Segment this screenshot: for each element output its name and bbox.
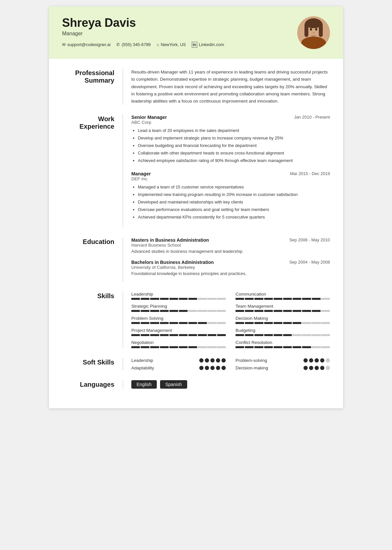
skill-bar-segment <box>283 298 292 300</box>
skill-bar-segment <box>321 334 330 336</box>
skill-bar-segment <box>208 322 216 324</box>
skill-item: Problem Solving <box>131 316 226 324</box>
skill-bar-segment <box>217 334 226 336</box>
skill-bar-segment <box>236 322 244 324</box>
job-bullet: Oversaw performance evaluations and goal… <box>138 206 330 213</box>
header-info: Shreya Davis Manager ✉ support@cvdesigne… <box>62 16 224 48</box>
skill-bar-segment <box>302 334 311 336</box>
skill-bar-segment <box>160 334 169 336</box>
skill-bar-segment <box>217 346 226 348</box>
skill-bar-segment <box>141 322 149 324</box>
skill-bar-segment <box>293 298 301 300</box>
skill-bar-segment <box>283 334 292 336</box>
location-contact: ⌂ NewYork, US <box>156 42 186 48</box>
skill-item: Communication <box>236 292 330 300</box>
job-date: Mar 2015 - Dec 2019 <box>290 171 330 176</box>
skill-bar-segment <box>245 346 253 348</box>
skill-bar-segment <box>131 346 140 348</box>
phone-icon: ✆ <box>116 42 120 47</box>
skill-bar-segment <box>254 346 263 348</box>
skill-name: Leadership <box>131 292 226 297</box>
job-bullets: Managed a team of 15 customer service re… <box>131 184 330 220</box>
edu-degree: Bachelors in Business Administration <box>131 260 214 265</box>
skill-bar-segment <box>312 334 320 336</box>
linkedin-icon: in <box>192 42 197 48</box>
skill-bar-segment <box>283 310 292 312</box>
email-contact: ✉ support@cvdesigner.ai <box>62 42 110 48</box>
location-icon: ⌂ <box>156 42 159 47</box>
soft-skill-dot <box>326 366 330 370</box>
education-section-title: Education <box>62 237 122 282</box>
job-entry: Senior ManagerJan 2010 - PresentABC Corp… <box>131 115 330 164</box>
skill-bar-segment <box>170 298 178 300</box>
skill-item: Negotiation <box>131 340 226 348</box>
skill-bar-segment <box>160 298 169 300</box>
skill-bar <box>131 322 226 324</box>
candidate-title: Manager <box>62 31 224 37</box>
skill-name: Decision Making <box>236 316 330 321</box>
email-icon: ✉ <box>62 42 66 47</box>
soft-skill-dots <box>303 358 330 363</box>
skill-bar-segment <box>217 310 226 312</box>
soft-skill-dot <box>326 358 330 363</box>
soft-skill-name: Adaptability <box>131 365 154 370</box>
job-company: DEF Inc. <box>131 176 330 181</box>
skill-item: Decision Making <box>236 316 330 324</box>
skill-bar-segment <box>179 310 188 312</box>
languages-section: Languages EnglishSpanish <box>62 380 330 389</box>
skill-bar-segment <box>217 322 226 324</box>
job-bullet: Collaborate with other department heads … <box>138 150 330 157</box>
skill-bar-segment <box>302 346 311 348</box>
edu-date: Sep 2004 - May 2008 <box>289 260 330 265</box>
skill-bar-segment <box>170 310 178 312</box>
skill-name: Problem Solving <box>131 316 226 321</box>
skill-bar-segment <box>264 298 273 300</box>
skill-bar-segment <box>283 346 292 348</box>
languages-content: EnglishSpanish <box>122 380 330 389</box>
skill-bar-segment <box>131 310 140 312</box>
skill-bar-segment <box>264 310 273 312</box>
skill-name: Strategic Planning <box>131 304 226 309</box>
skill-bar-segment <box>179 298 188 300</box>
education-content: Masters in Business AdministrationSep 20… <box>122 237 330 282</box>
skill-bar-segment <box>274 298 282 300</box>
soft-skill-dot <box>216 358 220 363</box>
skill-bar-segment <box>274 334 282 336</box>
job-bullet: Oversee budgeting and financial forecast… <box>138 142 330 149</box>
job-bullet: Implemented new training program resulti… <box>138 191 330 198</box>
skill-bar <box>236 310 330 312</box>
skill-bar-segment <box>198 334 206 336</box>
skill-bar-segment <box>312 298 320 300</box>
skill-bar-segment <box>208 298 216 300</box>
skill-bar-segment <box>170 346 178 348</box>
skill-bar-segment <box>160 322 169 324</box>
skill-bar <box>236 322 330 324</box>
soft-skill-dot <box>315 366 319 370</box>
skill-bar-segment <box>254 310 263 312</box>
job-bullet: Develop and implement strategic plans to… <box>138 135 330 142</box>
soft-skills-section-title: Soft Skills <box>62 358 122 370</box>
svg-rect-3 <box>304 25 308 37</box>
education-section: Education Masters in Business Administra… <box>62 237 330 282</box>
skills-section: Skills LeadershipCommunicationStrategic … <box>62 292 330 348</box>
job-title: Senior Manager <box>131 115 167 120</box>
skill-name: Conflict Resolution <box>236 340 330 345</box>
skill-bar-segment <box>188 298 197 300</box>
skill-bar-segment <box>264 322 273 324</box>
edu-description: Advanced studies in business management … <box>131 249 330 254</box>
skill-bar-segment <box>302 298 311 300</box>
skill-bar-segment <box>236 334 244 336</box>
skill-bar-segment <box>302 310 311 312</box>
skill-bar-segment <box>150 322 159 324</box>
skill-bar-segment <box>245 334 253 336</box>
job-bullet: Achieved employee satisfaction rating of… <box>138 157 330 164</box>
work-experience-section: WorkExperience Senior ManagerJan 2010 - … <box>62 115 330 228</box>
edu-degree: Masters in Business Administration <box>131 237 209 243</box>
soft-skills-content: LeadershipProblem-solvingAdaptabilityDec… <box>122 358 330 370</box>
language-badge: Spanish <box>160 380 187 389</box>
job-bullet: Developed and maintained relationships w… <box>138 199 330 206</box>
skill-bar-segment <box>312 346 320 348</box>
skill-bar-segment <box>198 346 206 348</box>
skill-bar-segment <box>198 310 206 312</box>
skill-bar-segment <box>254 322 263 324</box>
